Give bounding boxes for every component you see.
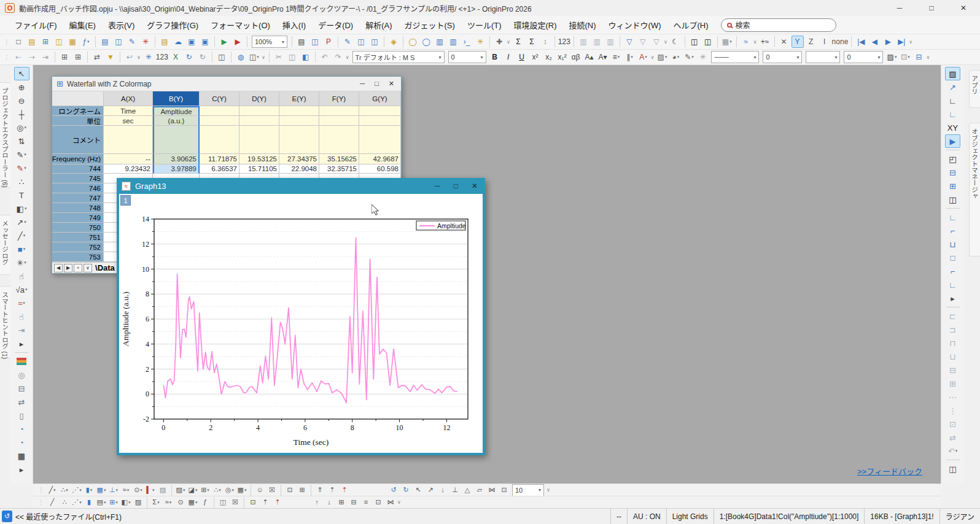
polyline-tool[interactable]: ✳▾ [14, 256, 29, 269]
menu-item-4[interactable]: フォーマット(O) [204, 17, 276, 33]
error-bars[interactable]: I [819, 36, 831, 48]
font-combo[interactable]: Tr デフォルト : M S▾ [352, 51, 445, 63]
equal-size[interactable]: ⊡ [945, 417, 960, 431]
menu-item-11[interactable]: 接続(N) [563, 17, 602, 33]
open-file[interactable]: ▤ [26, 36, 38, 48]
format-numeric[interactable]: 123 [558, 36, 570, 48]
insert-table-tool[interactable]: ▦ [14, 449, 29, 463]
import-wizard[interactable]: ✳ [142, 51, 155, 63]
graph-minimize-button[interactable]: ─ [435, 182, 440, 190]
status-cell-3[interactable]: 1:[Book4G]Data1!Col("Ampltiude")[1:1000] [714, 509, 865, 524]
fill-area[interactable]: ◧▾ [120, 497, 131, 507]
command-window[interactable]: ▥ [447, 36, 459, 48]
long-name-cell[interactable] [239, 106, 279, 116]
new-matrix[interactable]: ▦ [66, 36, 79, 48]
highlighter[interactable]: ✎▾ [683, 51, 695, 63]
sketch-tool[interactable]: ≈▾ [14, 296, 29, 310]
superscript[interactable]: x² [529, 51, 542, 63]
copy[interactable]: ◫ [286, 51, 298, 63]
data-cell[interactable]: 3.97889 [153, 164, 200, 174]
data-cell[interactable]: 32.35715 [319, 164, 359, 174]
align-objects[interactable]: ≡ [360, 497, 371, 507]
subsuperscript[interactable]: x₁² [556, 51, 569, 63]
mask-tool[interactable]: ✎▾ [14, 148, 29, 161]
import-excel[interactable]: X [169, 51, 182, 63]
send-to-back[interactable]: ↓ [324, 497, 335, 507]
dock-tab-2[interactable]: スマートヒントログ (1) [0, 286, 11, 358]
function-graph[interactable]: ƒ [200, 497, 211, 507]
frequency-cell[interactable]: 3.90625 [153, 154, 200, 164]
sql-editor[interactable]: ◫▾ [248, 51, 260, 63]
fill-color[interactable]: ▨▾ [656, 51, 668, 63]
sum-columns[interactable]: Σ [512, 36, 524, 48]
ruler-tool[interactable]: ▯ [14, 409, 29, 422]
screen-reader-tool[interactable]: ┼ [14, 107, 29, 121]
remove-links[interactable]: ⇥ [39, 51, 52, 63]
units-cell[interactable] [239, 116, 279, 126]
dark-mode[interactable]: ☾ [669, 36, 682, 48]
italic[interactable]: I [502, 51, 515, 63]
data-filter[interactable]: ▽ [623, 36, 636, 48]
column-statistics[interactable]: Σ [526, 36, 538, 48]
tilt-left[interactable]: ↖ [413, 485, 424, 495]
frame-xy[interactable]: ∟ [945, 278, 960, 291]
align-top[interactable]: ⊓ [945, 336, 960, 350]
close-all[interactable]: ✕ [778, 36, 790, 48]
export-graph[interactable]: ⇑ [314, 485, 325, 495]
annotation-tool[interactable]: ◧▾ [14, 202, 29, 215]
distribute-h[interactable]: ⋯ [945, 390, 960, 404]
align-right[interactable]: ⊐ [945, 323, 960, 336]
open-sample[interactable]: ✳ [139, 36, 152, 48]
region-mask[interactable]: ▤▾ [96, 497, 107, 507]
axis-arrow[interactable]: ∟ [945, 107, 960, 121]
menu-item-1[interactable]: 編集(E) [63, 17, 102, 33]
layer-1-button[interactable]: 1 [120, 195, 131, 206]
undo-arrange[interactable]: ↶▾ [945, 444, 960, 458]
line-symbol-plot[interactable]: ⋰▾ [71, 485, 82, 495]
frequency-cell[interactable]: 19.53125 [239, 154, 279, 164]
save-window-as[interactable]: ▣ [199, 36, 211, 48]
column-chart[interactable]: ▮▾ [84, 485, 95, 495]
maximize-button[interactable]: □ [926, 4, 937, 12]
long-name-cell[interactable]: Time [104, 106, 153, 116]
graph-page[interactable]: 1 024681012-202468101214Time (sec)Amplti… [119, 194, 483, 453]
toolbar-overflow[interactable]: ∨ [262, 55, 265, 60]
comments-cell[interactable] [239, 126, 279, 154]
fix-aspect[interactable]: ⋈ [385, 497, 396, 507]
graph-maximize-button[interactable]: □ [454, 182, 458, 190]
menu-item-8[interactable]: ガジェット(S) [399, 17, 461, 33]
reset-rotation[interactable]: ⊥ [449, 485, 461, 495]
edit-in-place[interactable]: ✎ [341, 36, 354, 48]
long-name-cell[interactable] [200, 106, 239, 116]
menu-item-3[interactable]: グラフ操作(G) [141, 17, 204, 33]
show-y[interactable]: Y [791, 36, 804, 48]
equation-tool[interactable]: √a▾ [14, 283, 29, 296]
signature-tool[interactable]: ◔ [14, 436, 29, 449]
contour-plot[interactable]: ◎▾ [224, 485, 235, 495]
toolbar-overflow[interactable]: ∨ [664, 39, 667, 45]
align-left[interactable]: ⊏ [945, 309, 960, 323]
stretch[interactable]: ⋈ [486, 485, 497, 495]
dock-tab-1[interactable]: メッセージログ [0, 215, 11, 275]
status-cell-1[interactable]: AU : ON [627, 509, 666, 524]
sheet-nav-1[interactable]: + [74, 264, 82, 272]
underline[interactable]: U [516, 51, 528, 63]
new-mini-window[interactable]: ◫ [217, 497, 228, 507]
column-width[interactable]: ∥▾ [624, 51, 636, 63]
copy-page[interactable]: ◫ [355, 36, 367, 48]
units-cell[interactable]: sec [104, 116, 153, 126]
add-sparklines[interactable]: +≈ [759, 36, 771, 48]
glow-effect[interactable]: ✳ [696, 51, 709, 63]
open-folder[interactable]: ▤ [158, 36, 171, 48]
rescale-page[interactable]: ↩ [123, 51, 136, 63]
send-to-word[interactable]: ⇡ [327, 485, 338, 495]
graph-grid[interactable]: ⊞▾ [108, 497, 119, 507]
search-input[interactable]: 検索 [721, 18, 836, 32]
toolbar-overflow[interactable]: ∨ [397, 499, 401, 505]
slide-show[interactable]: ◫ [309, 36, 321, 48]
line-style-combo[interactable]: ───▾ [711, 51, 759, 63]
layout-single[interactable]: ◰ [945, 152, 960, 166]
text-tool[interactable]: T [14, 188, 29, 202]
more-frames[interactable]: ▸ [945, 291, 960, 305]
new-graph[interactable]: ◫ [53, 36, 65, 48]
